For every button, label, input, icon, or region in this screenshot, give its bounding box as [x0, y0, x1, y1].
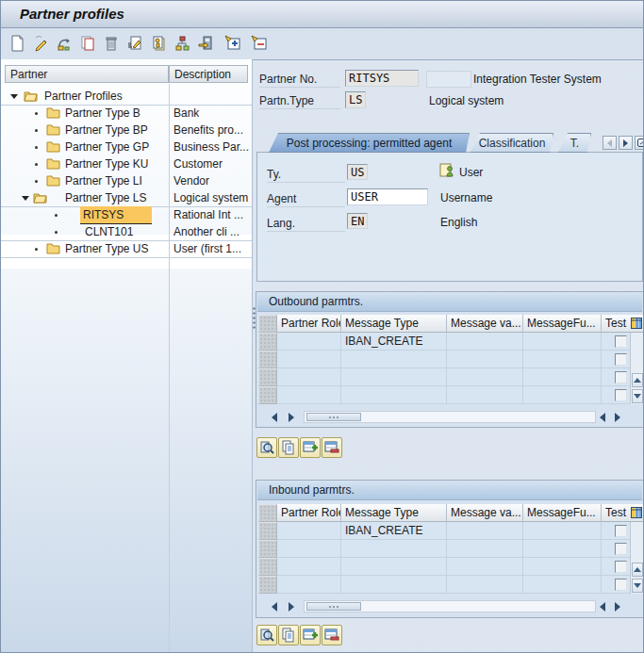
row-selector[interactable]: [258, 576, 277, 594]
tab-scroll-right-button[interactable]: [619, 136, 633, 150]
horizontal-scrollbar[interactable]: [258, 599, 643, 613]
tree-row-partner-type-li[interactable]: Partner Type LI Vendor: [1, 172, 252, 189]
scrollbar-thumb[interactable]: [306, 413, 361, 421]
column-partner-role[interactable]: Partner Role: [277, 315, 341, 333]
scroll-up-button[interactable]: [632, 563, 643, 577]
test-checkbox[interactable]: [615, 389, 627, 401]
table-row[interactable]: [258, 386, 630, 404]
column-test[interactable]: Test: [602, 315, 630, 333]
cell-message-variant[interactable]: [447, 540, 523, 558]
cell-message-variant[interactable]: [447, 333, 523, 351]
scroll-up-button[interactable]: [632, 373, 643, 387]
test-checkbox[interactable]: [615, 543, 627, 555]
cell-message-function[interactable]: [523, 522, 602, 540]
column-message-function[interactable]: MessageFu...: [523, 315, 602, 333]
tree-row-ritsys[interactable]: RITSYS Rational Int ...: [1, 206, 252, 223]
scroll-right-icon[interactable]: [615, 602, 620, 612]
collapse-arrow-icon[interactable]: [22, 196, 29, 201]
scroll-right-icon[interactable]: [615, 413, 620, 422]
partn-type-field[interactable]: [345, 91, 366, 108]
tab-truncated[interactable]: T.: [558, 133, 591, 153]
scroll-left-icon[interactable]: [600, 602, 605, 612]
test-checkbox[interactable]: [615, 335, 627, 348]
cell-partner-role[interactable]: [277, 386, 341, 404]
cell-message-type[interactable]: [341, 368, 447, 386]
tree-column-description[interactable]: Description: [169, 65, 248, 83]
tree-column-partner[interactable]: Partner: [5, 65, 169, 83]
scrollbar-thumb[interactable]: [306, 602, 361, 611]
import-icon[interactable]: [197, 35, 216, 54]
tree-row-partner-profiles[interactable]: Partner Profiles: [1, 88, 252, 106]
cell-message-type[interactable]: IBAN_CREATE: [341, 522, 447, 540]
outbound-copy-button[interactable]: [278, 437, 299, 458]
table-row[interactable]: [258, 576, 630, 594]
vertical-scrollbar[interactable]: [630, 522, 643, 594]
row-selector[interactable]: [258, 386, 277, 404]
move-icon[interactable]: [56, 35, 74, 54]
scroll-right-icon[interactable]: [289, 413, 294, 422]
cell-partner-role[interactable]: [277, 368, 341, 386]
cell-message-function[interactable]: [523, 351, 602, 368]
cell-message-type[interactable]: [341, 576, 447, 594]
tree-row-partner-type-ls[interactable]: Partner Type LS Logical system: [1, 189, 252, 207]
row-selector[interactable]: [258, 522, 277, 540]
cell-message-type[interactable]: IBAN_CREATE: [341, 333, 447, 351]
column-partner-role[interactable]: Partner Role: [277, 504, 341, 522]
collapse-subtree-icon[interactable]: [251, 35, 270, 54]
test-checkbox[interactable]: [615, 371, 627, 384]
cell-message-variant[interactable]: [447, 576, 523, 594]
tab-classification[interactable]: Classification: [471, 133, 553, 153]
table-row[interactable]: [258, 351, 630, 368]
partner-no-field[interactable]: [345, 70, 419, 87]
tree-row-partner-type-ku[interactable]: Partner Type KU Customer: [1, 155, 252, 172]
cell-message-variant[interactable]: [447, 368, 523, 386]
language-field[interactable]: [347, 213, 368, 229]
table-row[interactable]: IBAN_CREATE: [258, 333, 630, 351]
cell-message-variant[interactable]: [447, 558, 523, 576]
test-checkbox[interactable]: [615, 579, 627, 591]
column-message-variant[interactable]: Message va...: [447, 315, 523, 333]
inbound-copy-button[interactable]: [278, 625, 299, 645]
table-row[interactable]: [258, 540, 630, 558]
cell-partner-role[interactable]: [277, 333, 341, 351]
test-checkbox[interactable]: [615, 561, 627, 573]
outbound-details-button[interactable]: [256, 437, 277, 458]
outbound-delete-line-button[interactable]: [322, 437, 342, 458]
scrollbar-track[interactable]: [304, 600, 596, 612]
column-message-function[interactable]: MessageFu...: [523, 504, 602, 522]
scroll-down-button[interactable]: [632, 389, 643, 403]
tab-post-processing[interactable]: Post processing: permitted agent: [269, 133, 470, 153]
horizontal-scrollbar[interactable]: [258, 410, 643, 424]
scroll-left-icon[interactable]: [272, 413, 277, 422]
column-test[interactable]: Test: [602, 504, 630, 522]
document-copy-icon[interactable]: [150, 35, 169, 54]
column-message-type[interactable]: Message Type: [341, 504, 447, 522]
table-row[interactable]: [258, 368, 630, 386]
cell-partner-role[interactable]: [277, 540, 341, 558]
cell-message-type[interactable]: [341, 558, 447, 576]
cell-message-variant[interactable]: [447, 522, 523, 540]
tree-row-partner-type-bp[interactable]: Partner Type BP Benefits pro...: [1, 122, 252, 139]
inbound-details-button[interactable]: [256, 625, 277, 645]
table-row[interactable]: IBAN_CREATE: [258, 522, 630, 540]
cell-partner-role[interactable]: [277, 576, 341, 594]
cell-message-function[interactable]: [523, 576, 602, 594]
expand-subtree-icon[interactable]: [224, 35, 243, 54]
scrollbar-track[interactable]: [304, 411, 596, 423]
collapse-arrow-icon[interactable]: [10, 94, 18, 99]
tree-row-partner-type-b[interactable]: Partner Type B Bank: [1, 105, 252, 122]
delete-icon[interactable]: [103, 35, 122, 54]
cell-message-type[interactable]: [341, 540, 447, 558]
scroll-right-icon[interactable]: [289, 602, 294, 612]
agent-type-field[interactable]: [347, 164, 368, 180]
scroll-down-button[interactable]: [632, 579, 643, 593]
cell-message-type[interactable]: [341, 386, 447, 404]
copy-icon[interactable]: [79, 35, 98, 54]
cell-message-function[interactable]: [523, 386, 602, 404]
table-settings-button[interactable]: [630, 504, 643, 522]
check-document-icon[interactable]: [126, 35, 145, 54]
cell-message-function[interactable]: [523, 333, 602, 351]
tab-scroll-left-button[interactable]: [603, 136, 617, 150]
tree-row-clnt101[interactable]: CLNT101 Another cli ...: [1, 223, 252, 241]
vertical-scrollbar[interactable]: [630, 333, 643, 404]
